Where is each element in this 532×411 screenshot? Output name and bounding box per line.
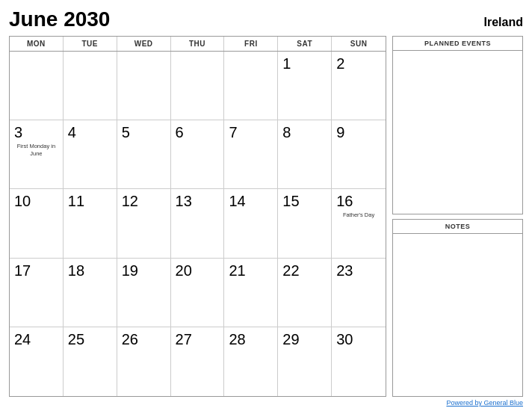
day-header-sun: SUN xyxy=(332,37,386,51)
day-number: 23 xyxy=(336,262,381,279)
day-number: 13 xyxy=(176,192,220,210)
cal-cell: 11 xyxy=(64,189,117,258)
event-label: First Monday in June xyxy=(14,143,58,158)
cal-cell: 16Father's Day xyxy=(332,189,386,258)
day-number: 29 xyxy=(282,330,327,348)
cal-cell: 14 xyxy=(224,189,278,258)
day-header-thu: THU xyxy=(171,37,225,51)
calendar: MONTUEWEDTHUFRISATSUN 123First Monday in… xyxy=(9,36,386,397)
day-number: 1 xyxy=(282,55,327,72)
day-number: 17 xyxy=(14,262,58,279)
calendar-grid: 123First Monday in June45678910111213141… xyxy=(10,52,386,396)
cal-cell: 25 xyxy=(64,327,117,396)
cal-cell xyxy=(117,52,171,120)
powered-by-link[interactable]: Powered by General Blue xyxy=(446,399,523,407)
day-header-wed: WED xyxy=(117,37,171,51)
cal-cell: 3First Monday in June xyxy=(10,120,64,189)
day-number: 22 xyxy=(282,262,327,279)
cal-cell xyxy=(10,52,64,120)
cal-cell: 4 xyxy=(64,120,117,189)
cal-cell: 28 xyxy=(224,327,278,396)
footer: Powered by General Blue xyxy=(9,397,523,407)
day-headers-row: MONTUEWEDTHUFRISATSUN xyxy=(10,37,386,52)
planned-events-title: PLANNED EVENTS xyxy=(393,37,522,51)
cal-cell: 1 xyxy=(278,52,332,120)
sidebar: PLANNED EVENTS NOTES xyxy=(392,36,523,397)
day-number: 15 xyxy=(282,192,327,210)
cal-cell: 26 xyxy=(117,327,171,396)
cal-cell: 22 xyxy=(278,259,332,327)
day-number: 3 xyxy=(14,123,58,141)
cal-cell: 9 xyxy=(332,120,386,189)
day-number: 25 xyxy=(68,330,112,348)
cal-cell: 7 xyxy=(224,120,278,189)
day-number: 16 xyxy=(336,192,381,210)
day-number: 8 xyxy=(282,123,327,141)
day-number: 26 xyxy=(122,330,166,348)
day-number: 27 xyxy=(176,330,220,348)
day-number: 11 xyxy=(68,192,112,210)
cal-cell: 21 xyxy=(224,259,278,327)
day-number: 21 xyxy=(229,262,273,279)
cal-cell xyxy=(171,52,225,120)
day-number: 28 xyxy=(229,330,273,348)
day-header-sat: SAT xyxy=(278,37,332,51)
notes-title: NOTES xyxy=(393,220,522,234)
day-number: 4 xyxy=(68,123,112,141)
cal-cell: 5 xyxy=(117,120,171,189)
notes-box: NOTES xyxy=(392,219,523,398)
day-number: 12 xyxy=(122,192,166,210)
planned-events-box: PLANNED EVENTS xyxy=(392,36,523,214)
day-number: 19 xyxy=(122,262,166,279)
cal-cell: 23 xyxy=(332,259,386,327)
cal-cell: 13 xyxy=(171,189,225,258)
cal-cell: 2 xyxy=(332,52,386,120)
country-label: Ireland xyxy=(484,16,523,29)
day-number: 24 xyxy=(14,330,58,348)
day-number: 2 xyxy=(336,55,381,72)
main-content: MONTUEWEDTHUFRISATSUN 123First Monday in… xyxy=(9,36,523,397)
cal-cell: 15 xyxy=(278,189,332,258)
cal-cell: 29 xyxy=(278,327,332,396)
cal-cell: 12 xyxy=(117,189,171,258)
cal-cell: 19 xyxy=(117,259,171,327)
day-header-fri: FRI xyxy=(224,37,278,51)
month-year-title: June 2030 xyxy=(9,7,110,31)
cal-cell xyxy=(224,52,278,120)
cal-cell: 18 xyxy=(64,259,117,327)
planned-events-content xyxy=(393,51,522,214)
notes-content xyxy=(393,234,522,397)
cal-cell: 30 xyxy=(332,327,386,396)
cal-cell: 20 xyxy=(171,259,225,327)
day-number: 18 xyxy=(68,262,112,279)
cal-cell: 10 xyxy=(10,189,64,258)
day-number: 10 xyxy=(14,192,58,210)
day-number: 30 xyxy=(336,330,381,348)
cal-cell: 6 xyxy=(171,120,225,189)
day-header-mon: MON xyxy=(10,37,64,51)
cal-cell: 17 xyxy=(10,259,64,327)
event-label: Father's Day xyxy=(336,211,381,219)
day-number: 7 xyxy=(229,123,273,141)
day-number: 14 xyxy=(229,192,273,210)
cal-cell: 27 xyxy=(171,327,225,396)
cal-cell: 24 xyxy=(10,327,64,396)
day-number: 6 xyxy=(176,123,220,141)
day-number: 5 xyxy=(122,123,166,141)
cal-cell xyxy=(64,52,117,120)
day-number: 9 xyxy=(336,123,381,141)
day-header-tue: TUE xyxy=(64,37,117,51)
cal-cell: 8 xyxy=(278,120,332,189)
day-number: 20 xyxy=(176,262,220,279)
